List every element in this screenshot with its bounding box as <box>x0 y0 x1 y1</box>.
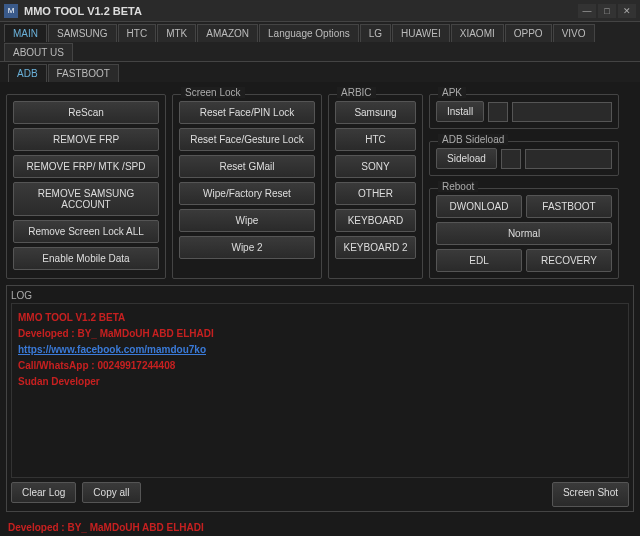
screen-lock-title: Screen Lock <box>181 87 245 98</box>
apk-browse-button[interactable] <box>488 102 508 122</box>
footer-text: Developed : BY_ MaMDoUH ABD ELHADI <box>0 518 640 536</box>
log-line-5: Sudan Developer <box>18 374 622 390</box>
tab-language[interactable]: Language Options <box>259 24 359 42</box>
reset-gmail-button[interactable]: Reset GMail <box>179 155 315 178</box>
reboot-group: Reboot DWONLOAD FASTBOOT Normal EDL RECO… <box>429 188 619 279</box>
right-column: APK Install ADB Sideload Sideload Reboot <box>429 88 619 279</box>
adb-sideload-group: ADB Sideload Sideload <box>429 141 619 176</box>
reset-face-gesture-button[interactable]: Reset Face/Gesture Lock <box>179 128 315 151</box>
log-label: LOG <box>11 290 629 301</box>
arbic-keyboard2-button[interactable]: KEYBOARD 2 <box>335 236 416 259</box>
sideload-browse-button[interactable] <box>501 149 521 169</box>
tab-fastboot[interactable]: FASTBOOT <box>48 64 119 82</box>
arbic-htc-button[interactable]: HTC <box>335 128 416 151</box>
arbic-group: ARBIC Samsung HTC SONY OTHER KEYBOARD KE… <box>328 94 423 279</box>
copy-all-button[interactable]: Copy all <box>82 482 140 503</box>
install-button[interactable]: Install <box>436 101 484 122</box>
log-group: LOG MMO TOOL V1.2 BETA Developed : BY_ M… <box>6 285 634 512</box>
apk-group: APK Install <box>429 94 619 129</box>
arbic-keyboard-button[interactable]: KEYBOARD <box>335 209 416 232</box>
content-area: ReScan REMOVE FRP REMOVE FRP/ MTK /SPD R… <box>0 82 640 518</box>
tab-samsung[interactable]: SAMSUNG <box>48 24 117 42</box>
titlebar: M MMO TOOL V1.2 BETA — □ ✕ <box>0 0 640 22</box>
edl-button[interactable]: EDL <box>436 249 522 272</box>
close-button[interactable]: ✕ <box>618 4 636 18</box>
arbic-samsung-button[interactable]: Samsung <box>335 101 416 124</box>
spacer <box>147 482 546 507</box>
window-controls: — □ ✕ <box>578 4 636 18</box>
tab-huawei[interactable]: HUAWEI <box>392 24 450 42</box>
tab-mtk[interactable]: MTK <box>157 24 196 42</box>
tab-htc[interactable]: HTC <box>118 24 157 42</box>
apk-path-input[interactable] <box>512 102 612 122</box>
log-buttons-row: Clear Log Copy all Screen Shot <box>11 482 629 507</box>
panels-row: ReScan REMOVE FRP REMOVE FRP/ MTK /SPD R… <box>6 88 634 279</box>
log-output: MMO TOOL V1.2 BETA Developed : BY_ MaMDo… <box>11 303 629 478</box>
sideload-button[interactable]: Sideload <box>436 148 497 169</box>
arbic-other-button[interactable]: OTHER <box>335 182 416 205</box>
log-line-4: Call/WhatsApp : 00249917244408 <box>18 358 622 374</box>
wipe-button[interactable]: Wipe <box>179 209 315 232</box>
log-line-link[interactable]: https://www.facebook.com/mamdou7ko <box>18 342 622 358</box>
sub-tabs: ADB FASTBOOT <box>0 62 640 82</box>
remove-samsung-account-button[interactable]: REMOVE SAMSUNG ACCOUNT <box>13 182 159 216</box>
arbic-sony-button[interactable]: SONY <box>335 155 416 178</box>
fastboot-button[interactable]: FASTBOOT <box>526 195 612 218</box>
tab-oppo[interactable]: OPPO <box>505 24 552 42</box>
screenshot-button[interactable]: Screen Shot <box>552 482 629 507</box>
tab-main[interactable]: MAIN <box>4 24 47 42</box>
adb-sideload-title: ADB Sideload <box>438 134 508 145</box>
wipe-2-button[interactable]: Wipe 2 <box>179 236 315 259</box>
app-icon: M <box>4 4 18 18</box>
wipe-factory-reset-button[interactable]: Wipe/Factory Reset <box>179 182 315 205</box>
sideload-path-input[interactable] <box>525 149 612 169</box>
log-line-2: Developed : BY_ MaMDoUH ABD ELHADI <box>18 326 622 342</box>
tab-adb[interactable]: ADB <box>8 64 47 82</box>
log-line-1: MMO TOOL V1.2 BETA <box>18 310 622 326</box>
window-title: MMO TOOL V1.2 BETA <box>24 5 578 17</box>
remove-frp-button[interactable]: REMOVE FRP <box>13 128 159 151</box>
clear-log-button[interactable]: Clear Log <box>11 482 76 503</box>
normal-button[interactable]: Normal <box>436 222 612 245</box>
tab-xiaomi[interactable]: XIAOMI <box>451 24 504 42</box>
download-button[interactable]: DWONLOAD <box>436 195 522 218</box>
screen-lock-group: Screen Lock Reset Face/PIN Lock Reset Fa… <box>172 94 322 279</box>
tab-amazon[interactable]: AMAZON <box>197 24 258 42</box>
remove-frp-mtk-spd-button[interactable]: REMOVE FRP/ MTK /SPD <box>13 155 159 178</box>
maximize-button[interactable]: □ <box>598 4 616 18</box>
tab-about[interactable]: ABOUT US <box>4 43 73 61</box>
recovery-button[interactable]: RECOVERY <box>526 249 612 272</box>
enable-mobile-data-button[interactable]: Enable Mobile Data <box>13 247 159 270</box>
actions-group: ReScan REMOVE FRP REMOVE FRP/ MTK /SPD R… <box>6 94 166 279</box>
rescan-button[interactable]: ReScan <box>13 101 159 124</box>
main-tabs: MAIN SAMSUNG HTC MTK AMAZON Language Opt… <box>0 22 640 62</box>
reset-face-pin-button[interactable]: Reset Face/PIN Lock <box>179 101 315 124</box>
tab-lg[interactable]: LG <box>360 24 391 42</box>
remove-screenlock-all-button[interactable]: Remove Screen Lock ALL <box>13 220 159 243</box>
tab-vivo[interactable]: VIVO <box>553 24 595 42</box>
reboot-title: Reboot <box>438 181 478 192</box>
arbic-title: ARBIC <box>337 87 376 98</box>
apk-title: APK <box>438 87 466 98</box>
minimize-button[interactable]: — <box>578 4 596 18</box>
